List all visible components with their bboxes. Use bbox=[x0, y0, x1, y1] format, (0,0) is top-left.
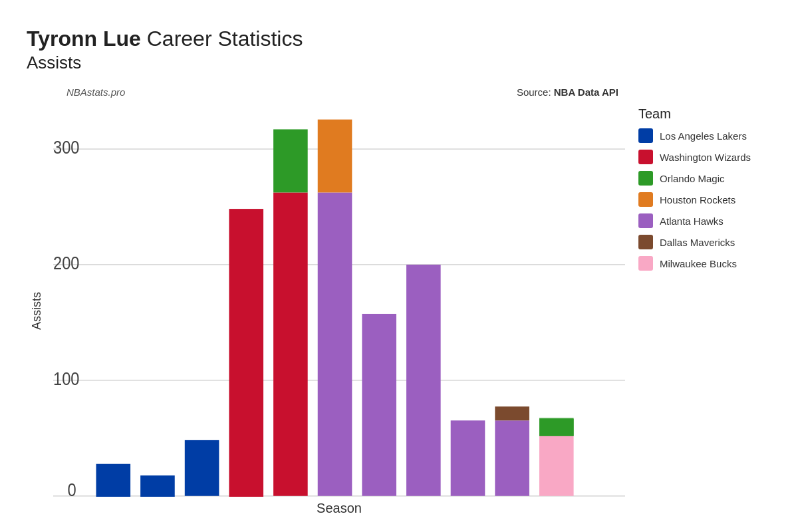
svg-text:0: 0 bbox=[68, 479, 76, 497]
svg-text:100: 100 bbox=[53, 369, 79, 389]
svg-rect-19 bbox=[539, 419, 574, 436]
sub-title: Assists bbox=[27, 53, 771, 73]
legend-label-magic: Orlando Magic bbox=[660, 173, 725, 184]
page: Tyronn Lue Career Statistics Assists NBA… bbox=[0, 0, 798, 532]
bar-1999-00 bbox=[140, 475, 175, 497]
legend-label-wizards: Washington Wizards bbox=[660, 152, 751, 163]
legend-title: Team bbox=[638, 106, 771, 122]
legend-label-rockets: Houston Rockets bbox=[660, 194, 735, 205]
bar-2004-05 bbox=[362, 314, 396, 496]
legend-label-lakers: Los Angeles Lakers bbox=[660, 130, 747, 142]
legend-swatch-lakers bbox=[638, 128, 653, 143]
legend-item-hawks: Atlanta Hawks bbox=[638, 213, 771, 228]
svg-text:200: 200 bbox=[53, 253, 79, 273]
chart-with-yaxis: Assists bbox=[27, 103, 625, 519]
legend-swatch-hawks bbox=[638, 213, 653, 228]
chart-main: NBAstats.pro Source: NBA Data API Assist… bbox=[27, 86, 625, 519]
source-bold: NBA Data API bbox=[554, 86, 618, 98]
bar-2008-09-bucks bbox=[539, 436, 574, 496]
title-area: Tyronn Lue Career Statistics Assists bbox=[27, 27, 771, 73]
svg-text:300: 300 bbox=[53, 138, 79, 158]
grid-and-bars: 300 200 100 0 1998–99 bbox=[53, 103, 625, 497]
legend-label-hawks: Atlanta Hawks bbox=[660, 215, 724, 227]
bar-2001-02 bbox=[229, 209, 263, 497]
legend-swatch-rockets bbox=[638, 192, 653, 207]
legend-item-magic: Orlando Magic bbox=[638, 171, 771, 186]
legend-label-bucks: Milwaukee Bucks bbox=[660, 258, 737, 269]
title-bold: Tyronn Lue bbox=[27, 27, 141, 51]
legend-swatch-bucks bbox=[638, 256, 653, 271]
bar-2006-07 bbox=[451, 420, 485, 495]
bar-2002-03-wiz bbox=[273, 192, 308, 495]
bar-1998-99 bbox=[96, 464, 131, 497]
main-title: Tyronn Lue Career Statistics bbox=[27, 27, 771, 51]
bar-2005-06 bbox=[406, 265, 441, 496]
legend-swatch-mavs bbox=[638, 235, 653, 249]
legend-item-lakers: Los Angeles Lakers bbox=[638, 128, 771, 143]
legend: Team Los Angeles Lakers Washington Wizar… bbox=[625, 86, 771, 519]
chart-plot: 300 200 100 0 1998–99 bbox=[53, 103, 625, 519]
source-row: NBAstats.pro Source: NBA Data API bbox=[27, 86, 625, 98]
legend-item-rockets: Houston Rockets bbox=[638, 192, 771, 207]
bar-2003-04-hawks bbox=[318, 192, 352, 495]
chart-area: NBAstats.pro Source: NBA Data API Assist… bbox=[27, 86, 771, 519]
legend-swatch-magic bbox=[638, 171, 653, 186]
legend-label-mavs: Dallas Mavericks bbox=[660, 237, 735, 248]
bar-2002-03-mag bbox=[273, 129, 308, 192]
chart-svg: 300 200 100 0 1998–99 bbox=[53, 103, 625, 497]
legend-item-wizards: Washington Wizards bbox=[638, 150, 771, 164]
bar-2007-08-hawks bbox=[495, 420, 529, 495]
legend-item-bucks: Milwaukee Bucks bbox=[638, 256, 771, 271]
bar-2007-08-mavs bbox=[495, 406, 529, 420]
y-axis-label: Assists bbox=[27, 103, 47, 519]
legend-item-mavs: Dallas Mavericks bbox=[638, 235, 771, 249]
x-axis-label: Season bbox=[53, 501, 625, 519]
bar-2000-01 bbox=[185, 440, 219, 496]
bar-2003-04-rockets bbox=[318, 120, 352, 193]
svg-rect-18 bbox=[539, 418, 574, 419]
source-left: NBAstats.pro bbox=[66, 86, 125, 98]
source-right: Source: NBA Data API bbox=[517, 86, 618, 98]
legend-swatch-wizards bbox=[638, 150, 653, 164]
title-normal: Career Statistics bbox=[141, 27, 303, 51]
source-prefix: Source: bbox=[517, 86, 554, 98]
